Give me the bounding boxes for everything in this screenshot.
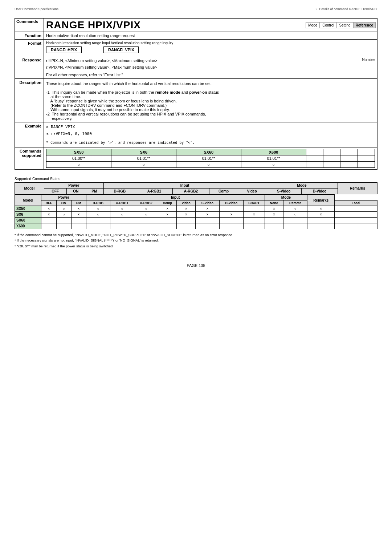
sx60-comp — [158, 218, 176, 223]
sx6-video: × — [177, 212, 195, 218]
sx50-none: × — [265, 206, 283, 212]
format-vpix: RANGE□VPIX — [103, 46, 139, 53]
commands-label: Commands — [15, 19, 44, 32]
sx60-header: SX60 — [176, 149, 241, 155]
x600-argb2 — [134, 223, 158, 229]
sx50-remarks — [335, 206, 377, 212]
model-header: Model — [15, 183, 44, 194]
format-row: Format Horizontal resolution setting ran… — [15, 40, 377, 56]
tab-mode: Mode — [306, 22, 320, 28]
sx60-scart — [243, 218, 265, 223]
footnote-3: * "i:BUSY" may be returned if the power … — [15, 243, 377, 249]
sx6-off: × — [41, 212, 56, 218]
supported-title: Supported Command States — [15, 177, 377, 181]
x600-header: X600 — [241, 149, 306, 155]
function-label: Function — [15, 32, 44, 40]
sx6-remote: ○ — [283, 212, 307, 218]
command-title-cell: RANGE HPIX/VPIX — [44, 19, 304, 32]
off-th: OFF — [41, 200, 56, 206]
tab-setting: Setting — [337, 22, 353, 28]
x600-local — [307, 223, 335, 229]
svideo-header: S-Video — [266, 189, 302, 194]
tab-control: Control — [320, 22, 336, 28]
sx6-scart: × — [243, 212, 265, 218]
remote-th: Remote — [283, 200, 307, 206]
input-header: Input — [103, 183, 266, 189]
tab-reference: Reference — [353, 22, 376, 28]
sx50-video: × — [177, 206, 195, 212]
sx6-pm: × — [71, 212, 86, 218]
commands-supported-row: Commands supported SX50 SX6 SX60 X600 01… — [15, 147, 377, 170]
x600-comp — [158, 223, 176, 229]
dvideo-th: D-Video — [219, 200, 243, 206]
commands-supported-content: SX50 SX6 SX60 X600 01.00** 01.01** 01.01… — [44, 147, 377, 170]
local-th: Local — [335, 200, 377, 206]
comp-header: Comp — [209, 189, 238, 194]
mode-header: Mode — [266, 183, 338, 189]
sx60-argb2 — [134, 218, 158, 223]
model-th: Model — [15, 195, 41, 206]
x600-symbol: ○ — [241, 162, 306, 168]
format-hpix: RANGE□HPIX — [46, 46, 82, 53]
title-row: Commands RANGE HPIX/VPIX Mode Control Se… — [15, 19, 377, 32]
response-line-2: r:VPIX=N, <Minimum setting value>, <Maxi… — [46, 64, 302, 71]
x600-model: X600 — [15, 223, 41, 229]
sx50-symbol: ○ — [46, 162, 111, 168]
video-header: Video — [238, 189, 266, 194]
symbol-row: ○ ○ ○ ○ — [46, 162, 375, 168]
footnotes: * If the command cannot be supported, 'I… — [15, 232, 377, 249]
off-header: OFF — [44, 189, 66, 194]
response-number: Number — [304, 56, 377, 79]
pm-header: PM — [85, 189, 103, 194]
sx50-dvideo: – — [219, 206, 243, 212]
format-content: Horizontal resolution setting range inqu… — [44, 40, 377, 56]
x600-row: X600 — [15, 223, 377, 229]
sx6-argb2: ○ — [134, 212, 158, 218]
commands-header-row: SX50 SX6 SX60 X600 — [46, 149, 375, 155]
mode-th: Mode — [265, 195, 307, 200]
description-text: These inquire about the ranges within wh… — [46, 80, 375, 87]
format-description: Horizontal resolution setting range inqu… — [46, 41, 375, 45]
pm-th: PM — [71, 200, 86, 206]
response-row: Response r:HPIX=N, <Minimum setting valu… — [15, 56, 377, 79]
sx6-comp: × — [158, 212, 176, 218]
sup2-header1: Model Power Input Mode Remarks — [15, 195, 377, 200]
x600-none — [265, 223, 283, 229]
function-row: Function Horizontal/vertical resolution … — [15, 32, 377, 40]
svideo-th: S-Video — [195, 200, 219, 206]
x600-svideo — [195, 223, 219, 229]
sx6-svideo: × — [195, 212, 219, 218]
sx6-version: 01.01** — [111, 155, 176, 162]
sx60-remote — [283, 218, 307, 223]
sx6-header: SX6 — [111, 149, 176, 155]
header-right: 9. Details of command RANGE HPIX/VPIX — [315, 7, 377, 11]
description-label: Description — [15, 79, 44, 122]
sx60-video — [177, 218, 195, 223]
sx6-none: × — [265, 212, 283, 218]
remarks-th: Remarks — [307, 195, 335, 206]
command-title: RANGE HPIX/VPIX — [46, 19, 141, 31]
sx60-version: 01.01** — [176, 155, 241, 162]
command-table: Commands RANGE HPIX/VPIX Mode Control Se… — [15, 18, 377, 170]
sx60-on — [56, 218, 71, 223]
sx60-row: SX60 — [15, 218, 377, 223]
footnote-1: * If the command cannot be supported, 'I… — [15, 232, 377, 238]
format-item-vpix: RANGE□VPIX — [103, 46, 139, 53]
sup-header-row1: Model Power Input Mode Remarks — [15, 183, 377, 189]
argb1-header: A-RGB1 — [136, 189, 172, 194]
supported-states-table-2: Model Power Input Mode Remarks OFF ON PM… — [15, 194, 377, 229]
example-label: Example — [15, 122, 44, 147]
footnote-2: * If the necessary signals are not input… — [15, 238, 377, 243]
sx60-svideo — [195, 218, 219, 223]
argb2-th: A-RGB2 — [134, 200, 158, 206]
sx60-model: SX60 — [15, 218, 41, 223]
sx50-scart: – — [243, 206, 265, 212]
none-th: None — [265, 200, 283, 206]
x600-off — [41, 223, 56, 229]
sx50-pm: × — [71, 206, 86, 212]
sx50-drgb: ○ — [86, 206, 110, 212]
example-line-2: < r:VPIX=N, 0, 1000 — [46, 131, 375, 138]
sx50-version: 01.00** — [46, 155, 111, 162]
x600-drgb — [86, 223, 110, 229]
response-content: r:HPIX=N, <Minimum setting value>, <Maxi… — [44, 56, 304, 79]
